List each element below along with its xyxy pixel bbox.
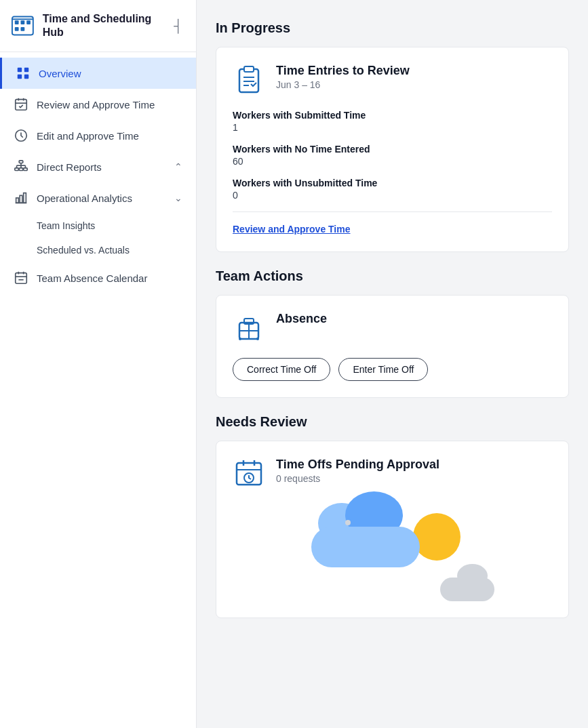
sidebar-item-overview[interactable]: Overview — [0, 58, 196, 89]
absence-card-info: Absence — [276, 312, 327, 326]
clock-edit-icon — [14, 128, 28, 143]
svg-rect-35 — [244, 66, 254, 72]
svg-rect-18 — [19, 168, 23, 171]
needs-review-card: Time Offs Pending Approval 0 requests — [216, 441, 569, 618]
cloud-body — [311, 527, 420, 567]
sidebar-item-scheduled-vs-actuals-label: Scheduled vs. Actuals — [37, 245, 130, 256]
sidebar-item-operational-analytics[interactable]: Operational Analytics ⌄ — [0, 182, 196, 214]
svg-rect-4 — [15, 27, 19, 31]
calendar-check-icon — [14, 97, 28, 112]
svg-point-44 — [256, 338, 259, 340]
sidebar-header: Time and Scheduling Hub ┤ — [0, 0, 196, 52]
weather-illustration — [233, 506, 552, 601]
svg-rect-3 — [26, 20, 31, 24]
svg-rect-26 — [16, 198, 19, 203]
stat-no-time-entered-label: Workers with No Time Entered — [233, 144, 552, 155]
needs-review-title: Needs Review — [216, 414, 569, 430]
sidebar-collapse-button[interactable]: ┤ — [171, 16, 185, 36]
sidebar: Time and Scheduling Hub ┤ Overview Re — [0, 0, 197, 728]
stat-submitted-time-value: 1 — [233, 122, 552, 133]
svg-rect-28 — [24, 193, 26, 203]
clipboard-icon — [233, 64, 265, 96]
sidebar-logo-group: Time and Scheduling Hub — [11, 12, 171, 39]
time-scheduling-icon — [11, 14, 35, 38]
stat-no-time-entered: Workers with No Time Entered 60 — [233, 144, 552, 167]
absence-calendar-icon — [14, 270, 28, 285]
sidebar-item-scheduled-vs-actuals[interactable]: Scheduled vs. Actuals — [0, 238, 196, 262]
absence-card-header: Absence — [233, 312, 552, 344]
svg-rect-8 — [24, 68, 28, 72]
svg-rect-7 — [18, 68, 22, 72]
absence-card-title: Absence — [276, 312, 327, 326]
svg-rect-5 — [20, 27, 24, 31]
svg-rect-19 — [24, 168, 27, 171]
operational-analytics-chevron: ⌄ — [174, 193, 182, 203]
direct-reports-chevron: ⌃ — [174, 161, 182, 172]
svg-rect-10 — [24, 75, 28, 79]
svg-rect-9 — [18, 75, 22, 79]
time-entries-date-range: Jun 3 – 16 — [276, 79, 410, 90]
sidebar-item-operational-analytics-label: Operational Analytics — [37, 193, 132, 204]
stat-no-time-entered-value: 60 — [233, 156, 552, 167]
needs-review-info: Time Offs Pending Approval 0 requests — [276, 458, 439, 484]
card-divider — [233, 211, 552, 212]
svg-rect-17 — [15, 168, 19, 171]
time-entries-card: Time Entries to Review Jun 3 – 16 Worker… — [216, 47, 569, 252]
sidebar-item-team-insights[interactable]: Team Insights — [0, 214, 196, 238]
time-entries-title: Time Entries to Review — [276, 64, 410, 78]
stat-submitted-time: Workers with Submitted Time 1 — [233, 110, 552, 133]
sidebar-item-edit-approve-label: Edit and Approve Time — [37, 130, 139, 142]
time-offs-pending-subtitle: 0 requests — [276, 473, 439, 484]
cloud-base — [305, 513, 427, 567]
weather-scene — [305, 513, 481, 601]
sidebar-item-overview-label: Overview — [39, 68, 81, 79]
sidebar-item-team-absence-calendar[interactable]: Team Absence Calendar — [0, 262, 196, 294]
svg-rect-16 — [19, 161, 23, 163]
sidebar-item-team-insights-label: Team Insights — [37, 220, 95, 231]
suitcase-icon — [233, 312, 265, 344]
overview-icon — [16, 66, 31, 81]
time-entries-card-info: Time Entries to Review Jun 3 – 16 — [276, 64, 410, 90]
main-content: In Progress Time Entries to Review Jun 3… — [197, 0, 588, 728]
correct-time-off-button[interactable]: Correct Time Off — [233, 358, 330, 381]
sidebar-nav: Overview Review and Approve Time Edit an… — [0, 52, 196, 728]
svg-point-43 — [239, 338, 241, 340]
cloud-small-body — [440, 578, 494, 601]
absence-card: Absence Correct Time Off Enter Time Off — [216, 295, 569, 398]
sidebar-item-direct-reports-label: Direct Reports — [37, 161, 102, 173]
sidebar-item-review-approve-label: Review and Approve Time — [37, 99, 155, 110]
time-off-pending-icon — [233, 458, 265, 490]
time-offs-pending-title: Time Offs Pending Approval — [276, 458, 439, 472]
svg-rect-29 — [16, 273, 27, 284]
time-entries-card-header: Time Entries to Review Jun 3 – 16 — [233, 64, 552, 96]
sidebar-item-edit-approve[interactable]: Edit and Approve Time — [0, 120, 196, 151]
team-actions-title: Team Actions — [216, 268, 569, 284]
absence-action-buttons: Correct Time Off Enter Time Off — [233, 358, 552, 381]
sidebar-title: Time and Scheduling Hub — [43, 12, 171, 39]
enter-time-off-button[interactable]: Enter Time Off — [338, 358, 428, 381]
bar-chart-icon — [14, 190, 28, 205]
sidebar-item-direct-reports[interactable]: Direct Reports ⌃ — [0, 151, 196, 182]
org-chart-icon — [14, 159, 28, 174]
svg-rect-27 — [20, 195, 22, 203]
review-approve-time-link[interactable]: Review and Approve Time — [233, 224, 351, 235]
svg-rect-2 — [20, 20, 24, 24]
needs-review-card-header: Time Offs Pending Approval 0 requests — [233, 458, 552, 490]
stat-unsubmitted-time-value: 0 — [233, 190, 552, 201]
stat-unsubmitted-time-label: Workers with Unsubmitted Time — [233, 178, 552, 188]
cloud-dot — [345, 520, 351, 525]
sidebar-item-team-absence-calendar-label: Team Absence Calendar — [37, 272, 147, 284]
stat-submitted-time-label: Workers with Submitted Time — [233, 110, 552, 121]
stat-unsubmitted-time: Workers with Unsubmitted Time 0 — [233, 178, 552, 201]
in-progress-title: In Progress — [216, 20, 569, 36]
sidebar-item-review-approve[interactable]: Review and Approve Time — [0, 89, 196, 120]
svg-rect-11 — [16, 100, 27, 110]
svg-rect-1 — [15, 20, 19, 24]
